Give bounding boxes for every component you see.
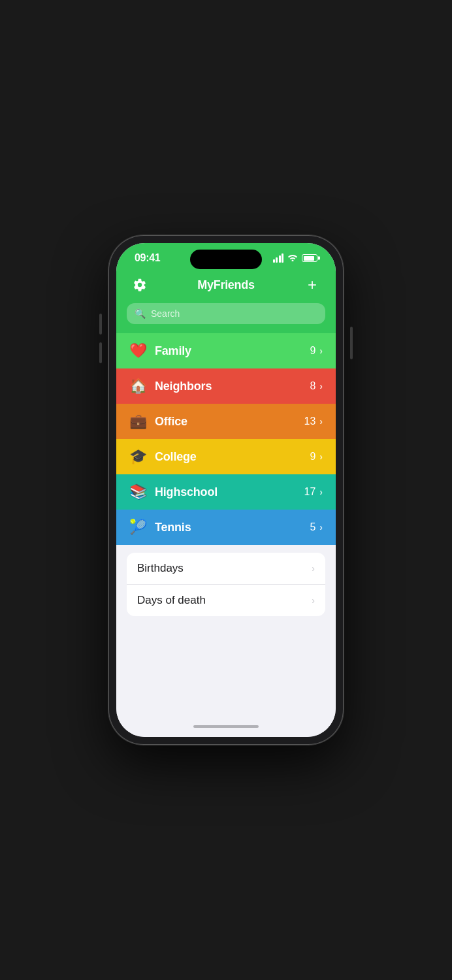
- group-emoji: 📚: [129, 483, 147, 500]
- chevron-right-icon: ›: [312, 595, 315, 606]
- battery-icon: [302, 254, 317, 262]
- status-icons: [273, 253, 318, 263]
- phone-frame: 09:41: [108, 235, 344, 745]
- signal-icon: [273, 253, 284, 263]
- home-bar: [193, 725, 259, 728]
- group-emoji: ❤️: [129, 342, 147, 359]
- group-name: College: [155, 450, 310, 464]
- special-item-label: Days of death: [137, 594, 312, 607]
- group-count: 5: [310, 521, 315, 533]
- group-name: Highschool: [155, 485, 304, 499]
- gear-icon: [133, 278, 147, 292]
- search-placeholder: Search: [151, 308, 180, 319]
- chevron-right-icon: ›: [319, 522, 323, 532]
- settings-button[interactable]: [129, 274, 150, 295]
- group-emoji: 💼: [129, 413, 147, 430]
- group-item[interactable]: 🎾 Tennis 5 ›: [116, 510, 336, 545]
- group-item[interactable]: ❤️ Family 9 ›: [116, 333, 336, 368]
- group-item[interactable]: 🎓 College 9 ›: [116, 439, 336, 474]
- wifi-icon: [287, 253, 298, 263]
- phone-screen: 09:41: [116, 243, 336, 737]
- add-button[interactable]: +: [302, 274, 323, 295]
- search-icon: 🔍: [135, 308, 146, 319]
- group-count: 17: [304, 486, 316, 498]
- group-count: 9: [310, 345, 315, 357]
- special-item[interactable]: Days of death ›: [127, 585, 325, 616]
- group-name: Neighbors: [155, 380, 310, 393]
- group-name: Family: [155, 344, 310, 358]
- nav-bar: MyFriends +: [116, 269, 336, 303]
- group-item[interactable]: 💼 Office 13 ›: [116, 404, 336, 439]
- groups-list: ❤️ Family 9 › 🏠 Neighbors 8 › 💼 Office 1…: [116, 333, 336, 545]
- empty-area: [116, 616, 336, 720]
- volume-up-button: [99, 314, 102, 335]
- chevron-right-icon: ›: [319, 451, 323, 462]
- group-name: Office: [155, 415, 304, 429]
- dynamic-island: [190, 250, 262, 269]
- special-item-label: Birthdays: [137, 562, 312, 575]
- group-emoji: 🎾: [129, 519, 147, 536]
- search-container: 🔍 Search: [116, 303, 336, 333]
- group-count: 13: [304, 416, 316, 427]
- power-button: [350, 327, 353, 359]
- group-emoji: 🏠: [129, 378, 147, 395]
- volume-down-button: [99, 342, 102, 363]
- chevron-right-icon: ›: [319, 416, 323, 427]
- special-item[interactable]: Birthdays ›: [127, 553, 325, 585]
- chevron-right-icon: ›: [319, 381, 323, 391]
- group-count: 9: [310, 451, 315, 463]
- status-time: 09:41: [135, 252, 160, 264]
- group-name: Tennis: [155, 521, 310, 534]
- group-count: 8: [310, 380, 315, 392]
- group-emoji: 🎓: [129, 448, 147, 465]
- app-title: MyFriends: [197, 278, 254, 292]
- group-item[interactable]: 📚 Highschool 17 ›: [116, 474, 336, 510]
- chevron-right-icon: ›: [319, 487, 323, 497]
- group-item[interactable]: 🏠 Neighbors 8 ›: [116, 368, 336, 404]
- chevron-right-icon: ›: [319, 346, 323, 356]
- special-items-section: Birthdays › Days of death ›: [127, 553, 325, 616]
- home-indicator: [116, 720, 336, 737]
- search-bar[interactable]: 🔍 Search: [127, 303, 325, 324]
- chevron-right-icon: ›: [312, 563, 315, 574]
